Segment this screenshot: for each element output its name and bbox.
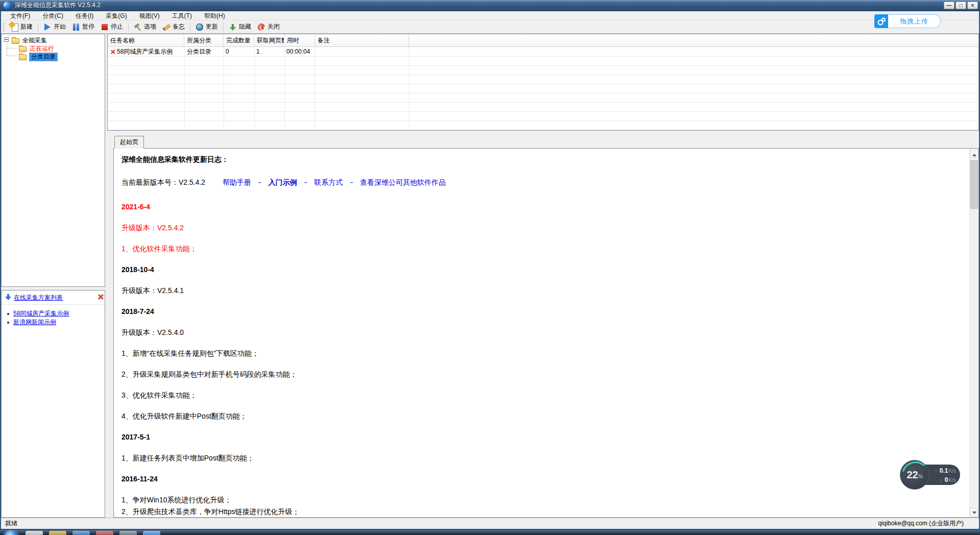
grid-line	[284, 47, 285, 130]
start-button[interactable]: 开始	[40, 21, 69, 33]
download-speed: 0	[945, 476, 948, 483]
changelog-line: 2016-11-24	[121, 474, 158, 484]
tree-connector	[7, 56, 17, 56]
col-note[interactable]: 备注	[315, 34, 409, 47]
app-icon	[3, 2, 11, 9]
grid-line	[409, 47, 409, 130]
tree-connector	[7, 41, 7, 56]
hide-button[interactable]: 隐藏	[226, 21, 254, 33]
help-manual-link[interactable]: 帮助手册	[223, 178, 251, 186]
online-schemes-title-link[interactable]: 在线采集方案列表	[14, 294, 63, 302]
pause-button[interactable]: 暂停	[69, 21, 97, 33]
toolbar-separator	[223, 22, 224, 32]
play-icon	[44, 23, 51, 31]
tree-root-item[interactable]: 全能采集	[22, 37, 47, 44]
tree-item-category-selected[interactable]: 分类目录	[30, 53, 57, 61]
upload-button-label: 拖拽上传	[888, 14, 941, 28]
start-page-content: 深维全能信息采集软件更新日志： 当前最新版本号：V2.5.4.2 帮助手册 － …	[113, 148, 979, 518]
menu-tools[interactable]: 工具(T)	[166, 11, 198, 20]
changelog-line: 1、争对Win10系统进行优化升级；	[121, 495, 231, 505]
online-schemes-panel: 在线采集方案列表 58同城房产采集示例 新浪网新闻示例	[1, 290, 105, 518]
pause-icon	[72, 23, 80, 31]
current-version-text: 当前最新版本号：V2.5.4.2	[121, 178, 205, 186]
maximize-button[interactable]: □	[955, 2, 966, 9]
changelog-line: 4、优化升级软件新建中Post翻页功能；	[121, 411, 247, 421]
new-button[interactable]: 新建	[7, 21, 36, 33]
taskbar-icon[interactable]	[96, 531, 113, 535]
usage-gauge[interactable]: 22 %	[900, 460, 929, 490]
cell-completed: 0	[226, 47, 229, 57]
changelog-line: 2018-10-4	[121, 265, 154, 275]
taskbar-icon[interactable]	[143, 531, 160, 535]
scroll-up-arrow[interactable]	[970, 149, 978, 158]
tree-expander-icon[interactable]	[4, 37, 9, 42]
tree-item-running[interactable]: 正在运行	[30, 45, 54, 53]
memo-button[interactable]: 备忘	[159, 21, 188, 33]
col-duration[interactable]: 用时	[284, 34, 315, 47]
grid-line	[224, 47, 224, 130]
status-ready: 就绪	[5, 519, 17, 528]
status-bar: 就绪 qiqiboke@qq.com (企业版用户)	[1, 518, 979, 529]
menu-view[interactable]: 视图(V)	[133, 11, 166, 20]
menu-collect[interactable]: 采集(G)	[100, 11, 133, 20]
close-panel-x-icon[interactable]	[97, 294, 104, 300]
changelog-line: 2、升级采集规则基类包中对新手机号码段的采集功能；	[121, 370, 297, 379]
col-pages[interactable]: 获取网页数	[254, 34, 284, 47]
vertical-scrollbar[interactable]	[969, 149, 978, 517]
scheme-link-sina[interactable]: 新浪网新闻示例	[13, 318, 56, 327]
close-button[interactable]: ×	[967, 2, 978, 9]
taskbar-icon[interactable]	[119, 531, 137, 535]
menu-category[interactable]: 分类(C)	[36, 11, 69, 20]
new-doc-icon	[10, 23, 18, 31]
folder-icon	[19, 55, 27, 60]
taskbar-icon[interactable]	[72, 531, 90, 535]
menu-help[interactable]: 帮助(H)	[198, 11, 231, 20]
list-bullet	[7, 322, 9, 324]
start-orb-icon[interactable]	[4, 530, 18, 535]
panel-divider	[2, 304, 105, 305]
scheme-link-58[interactable]: 58同城房产采集示例	[13, 309, 69, 318]
task-table: 任务名称 所属分类 完成数量 获取网页数 用时 备注 58同城房产采集示例 分类…	[107, 34, 979, 131]
changelog-line: 升级版本：V2.5.4.1	[121, 286, 184, 296]
scrollbar-thumb[interactable]	[970, 160, 978, 209]
grid-line	[254, 47, 255, 130]
changelog-line: 升级版本：V2.5.4.0	[121, 328, 184, 337]
tab-start-page[interactable]: 起始页	[114, 136, 144, 149]
update-button[interactable]: 更新	[192, 21, 221, 33]
changelog-line: 2018-7-24	[121, 307, 154, 317]
toolbar-separator	[128, 22, 129, 32]
toolbar-separator	[38, 22, 38, 32]
getting-started-link[interactable]: 入门示例	[268, 178, 297, 186]
cell-pages: 1	[256, 47, 260, 57]
menu-task[interactable]: 任务(I)	[69, 11, 100, 20]
other-software-link[interactable]: 查看深维公司其他软件作品	[360, 178, 446, 186]
toolbar: 新建 开始 暂停 停止 选项 备忘 更新 隐藏 关闭	[1, 20, 979, 34]
gauge-arc	[899, 459, 931, 491]
contact-link[interactable]: 联系方式	[314, 178, 343, 186]
tree-connector	[7, 48, 17, 48]
close-app-button[interactable]: 关闭	[254, 21, 283, 33]
stop-icon	[101, 23, 109, 31]
globe-icon	[195, 23, 204, 31]
changelog-heading: 深维全能信息采集软件更新日志：	[121, 155, 229, 164]
drag-upload-button[interactable]: 拖拽上传	[874, 14, 941, 28]
changelog-line: 1、新增“在线采集任务规则包”下载区功能；	[121, 349, 259, 358]
changelog-line: 2、升级爬虫技术基类库，争对Https链接进行优化升级；	[121, 507, 299, 517]
windows-taskbar[interactable]	[0, 530, 980, 535]
taskbar-icon[interactable]	[26, 531, 43, 535]
scroll-down-arrow[interactable]	[970, 508, 978, 517]
options-button[interactable]: 选项	[131, 21, 159, 33]
taskbar-icon[interactable]	[49, 531, 66, 535]
col-completed[interactable]: 完成数量	[224, 34, 254, 47]
col-category[interactable]: 所属分类	[184, 34, 224, 47]
col-task-name[interactable]: 任务名称	[108, 34, 184, 47]
toolbar-grip[interactable]	[3, 23, 5, 31]
cell-task-name: 58同城房产采集示例	[117, 47, 173, 57]
stop-button[interactable]: 停止	[97, 21, 126, 33]
download-arrow-icon	[5, 294, 11, 301]
netdisk-logo-icon	[874, 14, 888, 28]
minimize-button[interactable]: —	[944, 2, 954, 9]
changelog-line: 2021-6-4	[121, 202, 150, 212]
menu-file[interactable]: 文件(F)	[4, 11, 36, 20]
pencil-icon	[162, 23, 170, 31]
